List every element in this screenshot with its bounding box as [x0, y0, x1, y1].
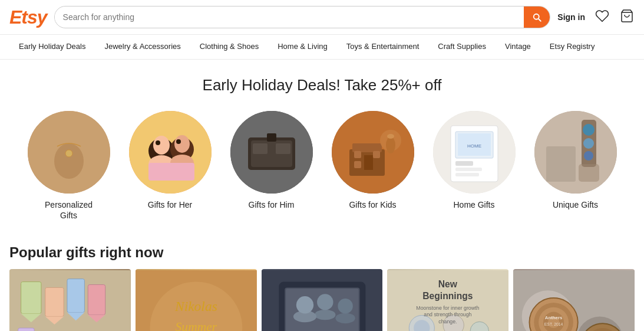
svg-point-11 — [174, 135, 190, 153]
gift-card-music-frame[interactable]: Always Forever ▶ — [262, 269, 383, 331]
category-him-image — [230, 111, 313, 194]
category-personalized-label: PersonalizedGifts — [45, 199, 93, 221]
svg-point-69 — [317, 294, 333, 310]
category-personalized-image — [28, 111, 110, 194]
svg-point-29 — [387, 134, 394, 139]
gift-card-coasters[interactable]: Anthers EST. 2014 The Browns ▶ — [513, 269, 635, 331]
svg-rect-26 — [354, 161, 361, 168]
svg-rect-35 — [455, 161, 473, 166]
svg-point-72 — [315, 310, 335, 320]
svg-text:Nikolas: Nikolas — [174, 299, 217, 314]
svg-point-71 — [293, 311, 316, 323]
svg-text:HOME: HOME — [467, 143, 481, 149]
main-nav: Early Holiday Deals Jewelry & Accessorie… — [0, 35, 644, 60]
category-personalized-gifts[interactable]: PersonalizedGifts — [25, 111, 113, 221]
nav-item-home-living[interactable]: Home & Living — [268, 35, 337, 59]
svg-point-10 — [153, 136, 170, 155]
svg-point-2 — [54, 143, 84, 179]
svg-point-13 — [176, 139, 181, 144]
category-him-label: Gifts for Him — [249, 199, 295, 210]
search-button[interactable] — [524, 6, 550, 28]
svg-rect-46 — [21, 282, 41, 314]
favorites-button[interactable] — [595, 9, 610, 25]
svg-point-3 — [65, 150, 72, 157]
cart-icon — [619, 9, 635, 23]
svg-point-41 — [583, 138, 594, 149]
category-home-label: Home Gifts — [453, 199, 494, 210]
svg-point-28 — [386, 137, 395, 153]
banner-text: Early Holiday Deals! Take 25%+ off — [0, 60, 644, 101]
svg-rect-52 — [88, 285, 105, 315]
category-unique-image — [534, 111, 617, 194]
svg-rect-36 — [455, 168, 482, 171]
nav-item-early-holiday-deals[interactable]: Early Holiday Deals — [9, 35, 95, 59]
svg-text:Summer: Summer — [175, 320, 217, 331]
svg-rect-43 — [579, 164, 599, 182]
svg-point-12 — [156, 140, 160, 145]
svg-rect-9 — [148, 163, 194, 181]
category-gifts-for-kids[interactable]: Gifts for Kids — [329, 111, 417, 221]
popular-grid: R S Nikolas Summer Cloe Sweet — [9, 269, 635, 331]
nav-item-craft[interactable]: Craft Supplies — [428, 35, 496, 59]
category-home-gifts[interactable]: HOME Home Gifts — [431, 111, 518, 221]
nav-item-toys[interactable]: Toys & Entertainment — [337, 35, 429, 59]
category-kids-image — [332, 111, 414, 194]
svg-point-73 — [335, 313, 355, 324]
svg-point-70 — [338, 299, 352, 313]
category-gifts-for-him[interactable]: Gifts for Him — [228, 111, 315, 221]
popular-title: Popular gifts right now — [9, 240, 635, 269]
svg-rect-37 — [455, 173, 479, 176]
svg-rect-54 — [18, 328, 34, 331]
svg-rect-19 — [276, 143, 290, 154]
cart-button[interactable] — [619, 9, 635, 25]
category-unique-gifts[interactable]: Unique Gifts — [532, 111, 619, 221]
svg-rect-22 — [352, 143, 382, 152]
category-kids-label: Gifts for Kids — [349, 199, 396, 210]
svg-text:New: New — [438, 280, 458, 290]
search-bar — [54, 6, 551, 28]
svg-text:change.: change. — [439, 319, 457, 325]
nav-item-registry[interactable]: Etsy Registry — [540, 35, 605, 59]
gift-card-bookmarks[interactable]: R S — [9, 269, 131, 331]
category-gifts-for-her[interactable]: Gifts for Her — [127, 111, 214, 221]
svg-rect-18 — [253, 143, 267, 154]
svg-text:Moonstone for inner growth: Moonstone for inner growth — [417, 305, 480, 311]
gift-card-necklaces[interactable]: Nikolas Summer Cloe Sweet — [136, 269, 257, 331]
svg-rect-50 — [67, 279, 84, 313]
categories-section: PersonalizedGifts Gifts for Her — [0, 101, 644, 240]
svg-text:Anthers: Anthers — [545, 316, 563, 321]
etsy-logo[interactable]: Etsy — [9, 6, 47, 28]
search-input[interactable] — [55, 12, 524, 22]
category-unique-label: Unique Gifts — [553, 199, 598, 210]
nav-item-jewelry[interactable]: Jewelry & Accessories — [95, 35, 190, 59]
popular-section: Popular gifts right now R S — [0, 240, 644, 331]
sign-in-button[interactable]: Sign in — [557, 12, 585, 22]
svg-rect-25 — [373, 151, 380, 158]
nav-item-clothing[interactable]: Clothing & Shoes — [190, 35, 268, 59]
heart-icon — [595, 9, 610, 23]
category-her-label: Gifts for Her — [148, 199, 192, 210]
svg-rect-48 — [45, 288, 64, 317]
svg-point-42 — [584, 151, 593, 160]
svg-rect-23 — [364, 155, 373, 170]
svg-rect-44 — [546, 146, 576, 182]
svg-text:Beginnings: Beginnings — [423, 291, 474, 301]
category-home-image: HOME — [433, 111, 516, 194]
svg-rect-17 — [267, 133, 276, 142]
header: Etsy Sign in — [0, 0, 644, 35]
svg-text:EST. 2014: EST. 2014 — [544, 322, 563, 326]
header-actions: Sign in — [557, 9, 635, 25]
svg-text:and strength through: and strength through — [424, 312, 472, 318]
search-icon — [531, 12, 542, 22]
category-her-image — [129, 111, 212, 194]
svg-point-40 — [583, 124, 595, 136]
gift-card-crystal[interactable]: New Beginnings Moonstone for inner growt… — [387, 269, 508, 331]
nav-item-vintage[interactable]: Vintage — [496, 35, 540, 59]
svg-rect-24 — [354, 151, 361, 158]
